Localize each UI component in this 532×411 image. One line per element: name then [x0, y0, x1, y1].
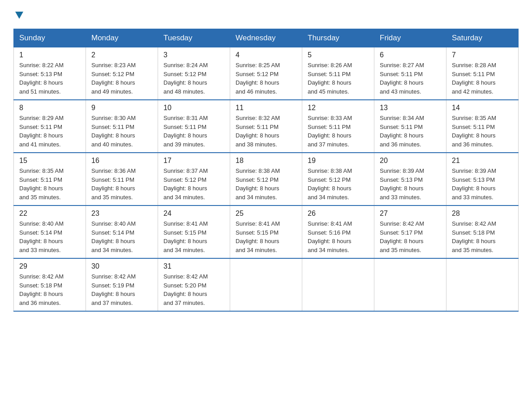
day-info: Sunrise: 8:29 AMSunset: 5:11 PMDaylight:… [19, 115, 64, 148]
day-number: 12 [308, 104, 369, 112]
calendar-cell: 30Sunrise: 8:42 AMSunset: 5:19 PMDayligh… [86, 258, 158, 311]
day-number: 7 [452, 51, 513, 59]
day-number: 27 [380, 210, 441, 218]
day-number: 25 [236, 210, 296, 218]
day-number: 17 [163, 157, 224, 165]
calendar-cell: 18Sunrise: 8:38 AMSunset: 5:12 PMDayligh… [230, 153, 302, 206]
calendar-cell: 12Sunrise: 8:33 AMSunset: 5:11 PMDayligh… [302, 100, 374, 153]
calendar-cell: 15Sunrise: 8:35 AMSunset: 5:11 PMDayligh… [14, 153, 86, 206]
calendar-week-row: 29Sunrise: 8:42 AMSunset: 5:18 PMDayligh… [14, 258, 519, 311]
calendar-cell: 4Sunrise: 8:25 AMSunset: 5:12 PMDaylight… [230, 47, 302, 100]
day-info: Sunrise: 8:42 AMSunset: 5:17 PMDaylight:… [380, 220, 424, 253]
header-sunday: Sunday [14, 29, 86, 47]
calendar-cell: 19Sunrise: 8:38 AMSunset: 5:12 PMDayligh… [302, 153, 374, 206]
calendar-cell: 13Sunrise: 8:34 AMSunset: 5:11 PMDayligh… [374, 100, 446, 153]
day-number: 22 [19, 210, 80, 218]
day-info: Sunrise: 8:37 AMSunset: 5:12 PMDaylight:… [163, 167, 208, 201]
day-info: Sunrise: 8:26 AMSunset: 5:11 PMDaylight:… [308, 62, 352, 95]
day-info: Sunrise: 8:33 AMSunset: 5:11 PMDaylight:… [308, 115, 352, 148]
calendar-cell: 21Sunrise: 8:39 AMSunset: 5:13 PMDayligh… [446, 153, 519, 206]
calendar-cell: 6Sunrise: 8:27 AMSunset: 5:11 PMDaylight… [374, 47, 446, 100]
calendar-cell: 10Sunrise: 8:31 AMSunset: 5:11 PMDayligh… [158, 100, 230, 153]
calendar-week-row: 1Sunrise: 8:22 AMSunset: 5:13 PMDaylight… [14, 47, 519, 100]
day-info: Sunrise: 8:30 AMSunset: 5:11 PMDaylight:… [91, 115, 136, 148]
header-saturday: Saturday [446, 29, 519, 47]
day-info: Sunrise: 8:35 AMSunset: 5:11 PMDaylight:… [19, 167, 64, 201]
day-number: 23 [91, 210, 152, 218]
calendar-cell: 11Sunrise: 8:32 AMSunset: 5:11 PMDayligh… [230, 100, 302, 153]
day-info: Sunrise: 8:25 AMSunset: 5:12 PMDaylight:… [236, 62, 280, 95]
day-info: Sunrise: 8:23 AMSunset: 5:12 PMDaylight:… [91, 62, 136, 95]
day-info: Sunrise: 8:34 AMSunset: 5:11 PMDaylight:… [380, 115, 424, 148]
day-info: Sunrise: 8:38 AMSunset: 5:12 PMDaylight:… [308, 167, 352, 201]
calendar-table: SundayMondayTuesdayWednesdayThursdayFrid… [13, 29, 519, 312]
day-number: 2 [91, 51, 152, 59]
logo-arrow-icon [14, 10, 24, 20]
day-number: 30 [91, 262, 152, 270]
day-number: 15 [19, 157, 80, 165]
day-number: 14 [452, 104, 513, 112]
day-number: 5 [308, 51, 369, 59]
header-wednesday: Wednesday [230, 29, 302, 47]
calendar-cell: 26Sunrise: 8:41 AMSunset: 5:16 PMDayligh… [302, 206, 374, 258]
calendar-cell [230, 258, 302, 311]
calendar-cell: 27Sunrise: 8:42 AMSunset: 5:17 PMDayligh… [374, 206, 446, 258]
calendar-cell: 20Sunrise: 8:39 AMSunset: 5:13 PMDayligh… [374, 153, 446, 206]
day-number: 10 [163, 104, 224, 112]
day-number: 11 [236, 104, 296, 112]
day-info: Sunrise: 8:31 AMSunset: 5:11 PMDaylight:… [163, 115, 208, 148]
calendar-cell: 24Sunrise: 8:41 AMSunset: 5:15 PMDayligh… [158, 206, 230, 258]
header-tuesday: Tuesday [158, 29, 230, 47]
day-number: 18 [236, 157, 296, 165]
calendar-cell: 14Sunrise: 8:35 AMSunset: 5:11 PMDayligh… [446, 100, 519, 153]
calendar-cell: 22Sunrise: 8:40 AMSunset: 5:14 PMDayligh… [14, 206, 86, 258]
calendar-cell: 28Sunrise: 8:42 AMSunset: 5:18 PMDayligh… [446, 206, 519, 258]
calendar-cell: 16Sunrise: 8:36 AMSunset: 5:11 PMDayligh… [86, 153, 158, 206]
calendar-cell [302, 258, 374, 311]
day-info: Sunrise: 8:39 AMSunset: 5:13 PMDaylight:… [380, 167, 424, 201]
calendar-cell: 29Sunrise: 8:42 AMSunset: 5:18 PMDayligh… [14, 258, 86, 311]
calendar-week-row: 8Sunrise: 8:29 AMSunset: 5:11 PMDaylight… [14, 100, 519, 153]
day-info: Sunrise: 8:24 AMSunset: 5:12 PMDaylight:… [163, 62, 208, 95]
day-info: Sunrise: 8:41 AMSunset: 5:15 PMDaylight:… [163, 220, 208, 253]
calendar-cell: 17Sunrise: 8:37 AMSunset: 5:12 PMDayligh… [158, 153, 230, 206]
header-thursday: Thursday [302, 29, 374, 47]
day-number: 20 [380, 157, 441, 165]
day-number: 1 [19, 51, 80, 59]
day-info: Sunrise: 8:36 AMSunset: 5:11 PMDaylight:… [91, 167, 136, 201]
page-header [13, 9, 519, 20]
calendar-cell: 9Sunrise: 8:30 AMSunset: 5:11 PMDaylight… [86, 100, 158, 153]
day-number: 29 [19, 262, 80, 270]
calendar-cell: 2Sunrise: 8:23 AMSunset: 5:12 PMDaylight… [86, 47, 158, 100]
day-number: 31 [163, 262, 224, 270]
day-number: 28 [452, 210, 513, 218]
day-info: Sunrise: 8:41 AMSunset: 5:16 PMDaylight:… [308, 220, 352, 253]
day-info: Sunrise: 8:27 AMSunset: 5:11 PMDaylight:… [380, 62, 424, 95]
day-info: Sunrise: 8:32 AMSunset: 5:11 PMDaylight:… [236, 115, 280, 148]
day-number: 4 [236, 51, 296, 59]
calendar-cell: 25Sunrise: 8:41 AMSunset: 5:15 PMDayligh… [230, 206, 302, 258]
calendar-cell [446, 258, 519, 311]
calendar-cell: 23Sunrise: 8:40 AMSunset: 5:14 PMDayligh… [86, 206, 158, 258]
day-info: Sunrise: 8:35 AMSunset: 5:11 PMDaylight:… [452, 115, 496, 148]
day-info: Sunrise: 8:39 AMSunset: 5:13 PMDaylight:… [452, 167, 496, 201]
day-number: 26 [308, 210, 369, 218]
header-friday: Friday [374, 29, 446, 47]
day-number: 3 [163, 51, 224, 59]
day-info: Sunrise: 8:42 AMSunset: 5:19 PMDaylight:… [91, 273, 136, 306]
day-number: 16 [91, 157, 152, 165]
day-info: Sunrise: 8:40 AMSunset: 5:14 PMDaylight:… [91, 220, 136, 253]
calendar-cell: 3Sunrise: 8:24 AMSunset: 5:12 PMDaylight… [158, 47, 230, 100]
calendar-cell: 8Sunrise: 8:29 AMSunset: 5:11 PMDaylight… [14, 100, 86, 153]
day-info: Sunrise: 8:40 AMSunset: 5:14 PMDaylight:… [19, 220, 64, 253]
day-number: 13 [380, 104, 441, 112]
day-info: Sunrise: 8:42 AMSunset: 5:20 PMDaylight:… [163, 273, 208, 306]
svg-marker-0 [15, 12, 23, 19]
day-number: 21 [452, 157, 513, 165]
day-number: 8 [19, 104, 80, 112]
calendar-cell: 7Sunrise: 8:28 AMSunset: 5:11 PMDaylight… [446, 47, 519, 100]
day-info: Sunrise: 8:28 AMSunset: 5:11 PMDaylight:… [452, 62, 496, 95]
calendar-week-row: 15Sunrise: 8:35 AMSunset: 5:11 PMDayligh… [14, 153, 519, 206]
calendar-week-row: 22Sunrise: 8:40 AMSunset: 5:14 PMDayligh… [14, 206, 519, 258]
calendar-cell [374, 258, 446, 311]
